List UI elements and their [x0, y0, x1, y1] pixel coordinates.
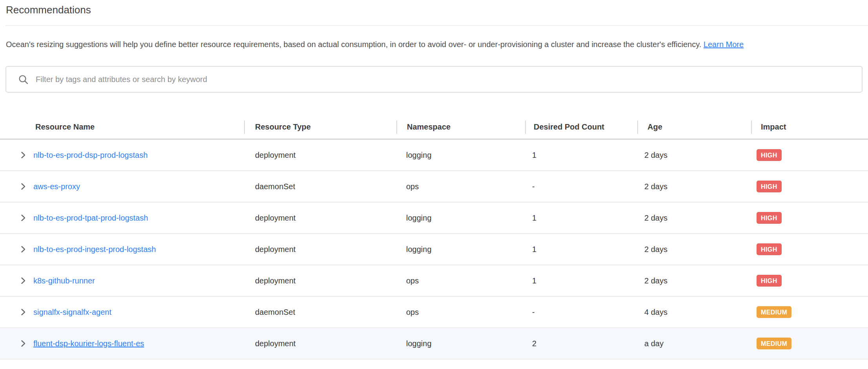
description-text: Ocean's resizing suggestions will help y…	[6, 40, 701, 49]
filter-search-box[interactable]	[5, 66, 863, 93]
desired-pod-count-cell: -	[525, 182, 637, 191]
namespace-cell: logging	[396, 214, 525, 223]
table-row[interactable]: aws-es-proxy daemonSet ops - 2 days HIGH	[0, 171, 868, 203]
title-divider	[5, 25, 868, 26]
table-row[interactable]: nlb-to-es-prod-tpat-prod-logstash deploy…	[0, 203, 868, 234]
age-cell: 2 days	[637, 214, 751, 223]
impact-badge: MEDIUM	[757, 306, 791, 318]
expand-row-button[interactable]	[18, 182, 28, 191]
table-body: nlb-to-es-prod-dsp-prod-logstash deploym…	[0, 140, 868, 360]
recommendations-table: Resource Name Resource Type Namespace De…	[0, 115, 868, 360]
impact-badge: HIGH	[757, 243, 782, 255]
desired-pod-count-cell: 1	[525, 214, 637, 223]
resource-name-cell: nlb-to-es-prod-tpat-prod-logstash	[33, 214, 244, 223]
age-cell: 4 days	[637, 308, 751, 317]
resource-name-link[interactable]: nlb-to-es-prod-tpat-prod-logstash	[33, 214, 148, 222]
table-row[interactable]: signalfx-signalfx-agent daemonSet ops - …	[0, 297, 868, 328]
namespace-cell: ops	[396, 308, 525, 317]
age-cell: 2 days	[637, 276, 751, 285]
expander-cell	[0, 276, 33, 285]
resource-name-cell: nlb-to-es-prod-ingest-prod-logstash	[33, 245, 244, 254]
namespace-cell: ops	[396, 276, 525, 285]
table-row[interactable]: fluent-dsp-kourier-logs-fluent-es deploy…	[0, 328, 868, 360]
table-header-row: Resource Name Resource Type Namespace De…	[0, 115, 868, 140]
age-cell: 2 days	[637, 182, 751, 191]
resource-name-cell: nlb-to-es-prod-dsp-prod-logstash	[33, 151, 244, 160]
impact-cell: HIGH	[751, 243, 868, 255]
impact-cell: HIGH	[751, 149, 868, 161]
namespace-cell: logging	[396, 339, 525, 348]
resource-type-cell: deployment	[244, 339, 396, 348]
age-cell: 2 days	[637, 245, 751, 254]
resource-name-cell: aws-es-proxy	[33, 182, 244, 191]
resource-type-cell: deployment	[244, 245, 396, 254]
table-row[interactable]: nlb-to-es-prod-ingest-prod-logstash depl…	[0, 234, 868, 265]
desired-pod-count-cell: 2	[525, 339, 637, 348]
recommendations-page: Recommendations Ocean's resizing suggest…	[0, 0, 868, 360]
impact-badge: HIGH	[757, 212, 782, 224]
resource-name-cell: signalfx-signalfx-agent	[33, 308, 244, 317]
expand-row-button[interactable]	[18, 245, 28, 254]
column-header-impact: Impact	[751, 121, 868, 134]
resource-name-link[interactable]: nlb-to-es-prod-ingest-prod-logstash	[33, 245, 156, 254]
expand-row-button[interactable]	[18, 339, 28, 348]
column-header-desired-pod-count: Desired Pod Count	[525, 121, 637, 134]
chevron-right-icon	[19, 308, 27, 316]
resource-type-cell: deployment	[244, 276, 396, 285]
expander-cell	[0, 245, 33, 254]
chevron-right-icon	[19, 151, 27, 159]
expand-row-button[interactable]	[18, 150, 28, 160]
age-cell: 2 days	[637, 151, 751, 160]
namespace-cell: logging	[396, 151, 525, 160]
column-header-age: Age	[637, 121, 751, 134]
impact-badge: HIGH	[757, 181, 782, 192]
resource-name-link[interactable]: aws-es-proxy	[33, 182, 80, 191]
chevron-right-icon	[19, 182, 27, 191]
chevron-right-icon	[19, 245, 27, 254]
page-title: Recommendations	[6, 4, 868, 16]
table-row[interactable]: nlb-to-es-prod-dsp-prod-logstash deploym…	[0, 140, 868, 171]
impact-cell: MEDIUM	[751, 338, 868, 349]
expander-cell	[0, 213, 33, 223]
filter-search-input[interactable]	[36, 75, 854, 84]
desired-pod-count-cell: 1	[525, 245, 637, 254]
impact-cell: MEDIUM	[751, 306, 868, 318]
namespace-cell: ops	[396, 182, 525, 191]
expand-row-button[interactable]	[18, 213, 28, 223]
column-header-namespace: Namespace	[396, 121, 525, 134]
resource-name-cell: fluent-dsp-kourier-logs-fluent-es	[33, 339, 244, 348]
resource-name-link[interactable]: signalfx-signalfx-agent	[33, 308, 111, 316]
desired-pod-count-cell: 1	[525, 276, 637, 285]
resource-type-cell: daemonSet	[244, 182, 396, 191]
desired-pod-count-cell: 1	[525, 151, 637, 160]
impact-badge: HIGH	[757, 149, 782, 161]
column-header-resource-name: Resource Name	[0, 121, 244, 134]
impact-cell: HIGH	[751, 181, 868, 192]
expander-cell	[0, 307, 33, 317]
chevron-right-icon	[19, 339, 27, 348]
chevron-right-icon	[19, 214, 27, 222]
expander-cell	[0, 182, 33, 191]
expander-cell	[0, 150, 33, 160]
column-header-resource-type: Resource Type	[244, 121, 396, 134]
impact-badge: HIGH	[757, 275, 782, 287]
resource-name-link[interactable]: nlb-to-es-prod-dsp-prod-logstash	[33, 151, 148, 159]
learn-more-link[interactable]: Learn More	[704, 40, 744, 49]
namespace-cell: logging	[396, 245, 525, 254]
expander-cell	[0, 339, 33, 348]
search-icon	[18, 74, 29, 85]
impact-cell: HIGH	[751, 212, 868, 224]
resource-name-cell: k8s-github-runner	[33, 276, 244, 285]
resource-type-cell: deployment	[244, 151, 396, 160]
impact-cell: HIGH	[751, 275, 868, 287]
expand-row-button[interactable]	[18, 276, 28, 285]
expand-row-button[interactable]	[18, 307, 28, 317]
page-description: Ocean's resizing suggestions will help y…	[6, 37, 863, 52]
resource-name-link[interactable]: k8s-github-runner	[33, 276, 95, 285]
resource-name-link[interactable]: fluent-dsp-kourier-logs-fluent-es	[33, 339, 144, 348]
desired-pod-count-cell: -	[525, 308, 637, 317]
age-cell: a day	[637, 339, 751, 348]
impact-badge: MEDIUM	[757, 338, 791, 349]
resource-type-cell: daemonSet	[244, 308, 396, 317]
table-row[interactable]: k8s-github-runner deployment ops 1 2 day…	[0, 265, 868, 297]
